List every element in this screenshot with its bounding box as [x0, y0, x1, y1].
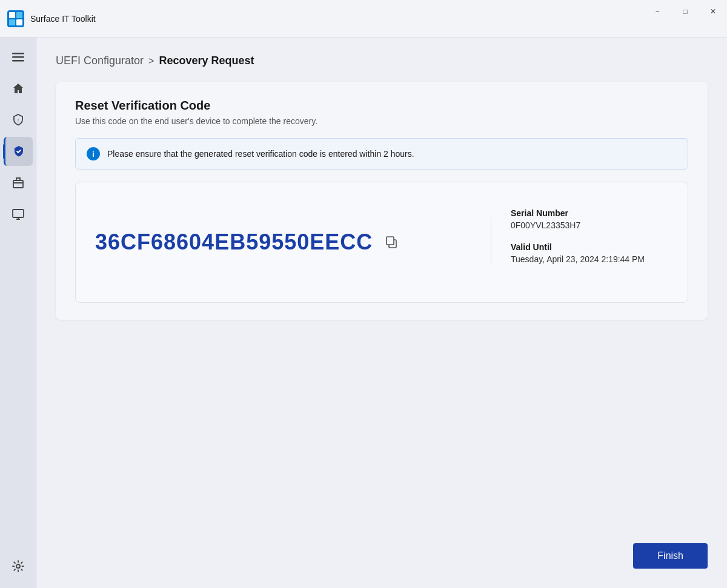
card-title: Reset Verification Code	[75, 99, 688, 113]
svg-rect-5	[12, 53, 24, 55]
gear-icon	[12, 560, 24, 572]
code-left-section: 36CF68604EB59550EECC	[95, 230, 471, 255]
serial-number-value: 0F00YVL23353H7	[511, 220, 668, 230]
shield-icon	[13, 145, 25, 157]
breadcrumb: UEFI Configurator > Recovery Request	[56, 55, 708, 67]
sidebar-item-settings[interactable]	[4, 552, 33, 581]
finish-button[interactable]: Finish	[633, 543, 708, 569]
main-content: UEFI Configurator > Recovery Request Res…	[36, 38, 727, 588]
info-banner: i Please ensure that the generated reset…	[75, 138, 688, 170]
sidebar-item-uefi[interactable]	[4, 137, 33, 166]
code-divider	[491, 218, 491, 266]
svg-rect-4	[16, 19, 22, 25]
info-icon: i	[87, 147, 100, 160]
svg-rect-13	[387, 237, 394, 245]
svg-rect-9	[13, 180, 23, 188]
sidebar-item-package[interactable]	[4, 168, 33, 197]
svg-point-11	[16, 564, 20, 568]
breadcrumb-separator: >	[148, 56, 154, 67]
svg-rect-1	[9, 12, 15, 18]
svg-text:↑: ↑	[16, 117, 19, 124]
recovery-card: Reset Verification Code Use this code on…	[56, 82, 708, 320]
breadcrumb-current: Recovery Request	[159, 55, 254, 67]
titlebar: Surface IT Toolkit − □ ✕	[0, 0, 727, 38]
close-button[interactable]: ✕	[699, 0, 727, 23]
update-icon: ↑	[12, 114, 24, 126]
app-title: Surface IT Toolkit	[30, 14, 96, 24]
sidebar-item-monitor[interactable]	[4, 200, 33, 229]
svg-rect-10	[13, 210, 24, 217]
package-icon	[12, 177, 24, 189]
svg-rect-7	[12, 60, 24, 62]
code-right-section: Serial Number 0F00YVL23353H7 Valid Until…	[511, 208, 668, 276]
valid-until-label: Valid Until	[511, 242, 668, 252]
copy-icon	[385, 236, 398, 249]
verification-code-box: 36CF68604EB59550EECC Serial Number 0F00Y…	[75, 182, 688, 303]
breadcrumb-parent: UEFI Configurator	[56, 55, 144, 67]
verification-code: 36CF68604EB59550EECC	[95, 230, 373, 255]
info-banner-text: Please ensure that the generated reset v…	[107, 149, 414, 159]
svg-rect-6	[12, 56, 24, 58]
main-layout: ↑	[0, 38, 727, 588]
sidebar-item-menu[interactable]	[4, 42, 33, 71]
svg-rect-3	[9, 19, 15, 25]
home-icon	[12, 82, 24, 94]
serial-number-label: Serial Number	[511, 208, 668, 218]
app-logo	[7, 10, 24, 27]
valid-until-value: Tuesday, April 23, 2024 2:19:44 PM	[511, 254, 668, 264]
maximize-button[interactable]: □	[671, 0, 699, 23]
menu-icon	[12, 51, 24, 63]
copy-button[interactable]	[382, 233, 400, 251]
svg-rect-2	[16, 12, 22, 18]
sidebar-item-home[interactable]	[4, 74, 33, 103]
minimize-button[interactable]: −	[643, 0, 671, 23]
card-subtitle: Use this code on the end user's device t…	[75, 116, 688, 126]
monitor-icon	[12, 208, 24, 220]
sidebar-item-updates[interactable]: ↑	[4, 105, 33, 134]
sidebar: ↑	[0, 38, 36, 588]
window-controls: − □ ✕	[643, 0, 727, 37]
